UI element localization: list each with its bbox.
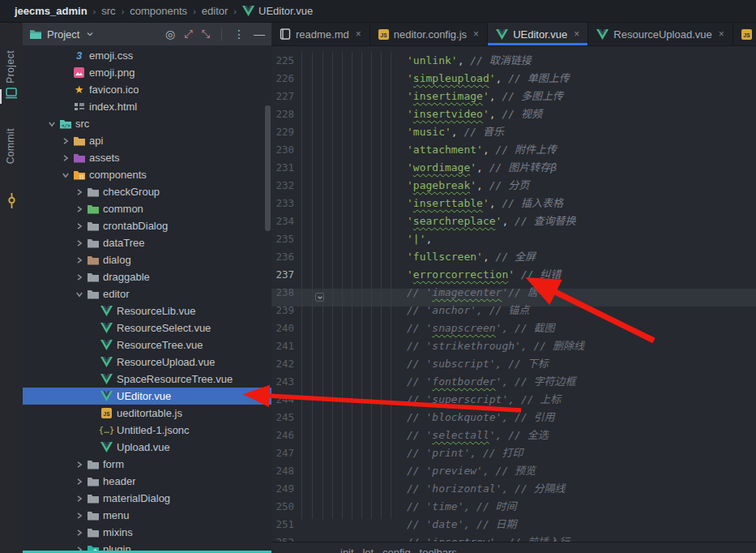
line-number[interactable]: 225	[271, 52, 294, 70]
fold-marker-icon[interactable]	[315, 293, 324, 302]
tree-item-common[interactable]: common	[23, 200, 271, 217]
line-number[interactable]: 240	[271, 319, 294, 337]
code-text[interactable]: // 'strikethrough', // 删除线	[407, 337, 584, 355]
code-text[interactable]: 'unlink', // 取消链接	[407, 52, 532, 70]
tree-item-index-html[interactable]: index.html	[23, 98, 271, 115]
close-icon[interactable]: ×	[356, 28, 361, 40]
tab-ueditor-vue[interactable]: UEditor.vue×	[488, 23, 588, 45]
panel-scrollbar[interactable]	[265, 105, 271, 231]
chevron-expanded-icon[interactable]	[72, 290, 86, 298]
chevron-collapsed-icon[interactable]	[72, 222, 86, 230]
tab-readme-md[interactable]: readme.md×	[271, 23, 370, 45]
code-text[interactable]: 'errorcorrection' // 纠错	[407, 266, 561, 284]
line-number[interactable]: 241	[271, 337, 294, 355]
line-number[interactable]: 243	[271, 373, 294, 391]
line-number[interactable]: 232	[271, 177, 294, 195]
line-number[interactable]: 246	[271, 427, 294, 444]
breadcrumb-project[interactable]: jeecms_admin	[15, 5, 88, 17]
more-options-icon[interactable]: ⋮	[233, 28, 245, 40]
tree-item-assets[interactable]: assets	[23, 149, 271, 166]
expand-all-icon[interactable]: ⤢	[184, 28, 192, 40]
tree-item-materialdialog[interactable]: materialDialog	[23, 490, 271, 507]
breadcrumb-item-editor[interactable]: editor	[202, 5, 229, 17]
commit-icon[interactable]	[6, 193, 17, 209]
tree-item-datatree[interactable]: dataTree	[23, 234, 271, 251]
stripe-button-project[interactable]: Project	[5, 50, 16, 84]
tree-item-emoji-css[interactable]: 3emoji.css	[23, 47, 271, 64]
locate-icon[interactable]: ◎	[165, 28, 175, 40]
code-editor[interactable]: 225'unlink', // 取消链接226'simpleupload', /…	[271, 45, 756, 553]
chevron-down-icon[interactable]	[86, 30, 94, 38]
tree-item-resourcetree-vue[interactable]: ResourceTree.vue	[23, 337, 271, 354]
code-text[interactable]: 'searchreplace', // 查询替换	[407, 212, 576, 230]
line-number[interactable]: 238	[271, 284, 294, 302]
code-text[interactable]: 'insertvideo', // 视频	[407, 105, 542, 123]
line-number[interactable]: 248	[271, 462, 294, 480]
line-number[interactable]: 230	[271, 141, 294, 159]
chevron-collapsed-icon[interactable]	[72, 188, 86, 196]
tree-item-draggable[interactable]: draggable	[23, 268, 271, 285]
code-text[interactable]: '|',	[407, 230, 432, 248]
chevron-collapsed-icon[interactable]	[72, 205, 86, 213]
chevron-collapsed-icon[interactable]	[72, 273, 86, 281]
code-text[interactable]: // 'blockquote', // 引用	[407, 409, 555, 427]
chevron-collapsed-icon[interactable]	[72, 478, 86, 486]
code-text[interactable]: // 'selectall', // 全选	[407, 427, 549, 444]
code-text[interactable]: 'attachment', // 附件上传	[407, 141, 557, 159]
line-number[interactable]: 228	[271, 105, 294, 123]
collapse-all-icon[interactable]: ⤡	[202, 28, 210, 40]
hide-panel-icon[interactable]: —	[254, 28, 265, 40]
line-number[interactable]: 250	[271, 498, 294, 516]
line-number[interactable]: 244	[271, 391, 294, 409]
code-text[interactable]: // 'horizontal', // 分隔线	[407, 480, 566, 498]
tree-item-checkgroup[interactable]: checkGroup	[23, 183, 271, 200]
chevron-collapsed-icon[interactable]	[58, 154, 72, 162]
line-number[interactable]: 242	[271, 355, 294, 373]
line-number[interactable]: 245	[271, 409, 294, 427]
tree-item-untitled-1-jsonc[interactable]: {…}Untitled-1.jsonc	[23, 422, 271, 439]
tree-item-spaceresourcetree-vue[interactable]: SpaceResourceTree.vue	[23, 371, 271, 388]
line-number[interactable]: 233	[271, 195, 294, 212]
code-text[interactable]: 'music', // 音乐	[407, 123, 504, 141]
chevron-collapsed-icon[interactable]	[72, 495, 86, 503]
tab-resourceupload-vue[interactable]: ResourceUpload.vue×	[588, 23, 733, 45]
line-number[interactable]: 226	[271, 70, 294, 88]
breadcrumb-item-components[interactable]: components	[130, 5, 187, 17]
tree-item-emoji-png[interactable]: emoji.png	[23, 64, 271, 81]
close-icon[interactable]: ×	[719, 28, 724, 40]
chevron-collapsed-icon[interactable]	[72, 239, 86, 247]
tree-item-src[interactable]: </>src	[23, 115, 271, 132]
tree-item-ueditortable-js[interactable]: JSueditortable.js	[23, 405, 271, 422]
line-number[interactable]: 236	[271, 248, 294, 266]
tree-item-mixins[interactable]: mixins	[23, 524, 271, 541]
line-number[interactable]: 249	[271, 480, 294, 498]
close-icon[interactable]: ×	[574, 28, 579, 40]
tree-item-editor[interactable]: editor	[23, 285, 271, 302]
chevron-expanded-icon[interactable]	[45, 120, 58, 128]
code-text[interactable]: // 'snapscreen', // 截图	[407, 319, 555, 337]
code-text[interactable]: 'pagebreak', // 分页	[407, 177, 529, 195]
project-tool-icon[interactable]	[5, 88, 18, 99]
tree-item-dialog[interactable]: dialog	[23, 251, 271, 268]
line-number[interactable]: 227	[271, 88, 294, 105]
chevron-expanded-icon[interactable]	[58, 171, 72, 179]
line-number[interactable]: 251	[271, 516, 294, 534]
tree-item-crontabdialog[interactable]: crontabDialog	[23, 217, 271, 234]
code-text[interactable]: // 'imagecenter'// 居中	[407, 284, 549, 302]
line-number[interactable]: 235	[271, 230, 294, 248]
code-text[interactable]: // 'subscript', // 下标	[407, 355, 549, 373]
line-number[interactable]: 231	[271, 159, 294, 177]
code-text[interactable]: // 'date', // 日期	[407, 516, 517, 534]
code-text[interactable]: // 'anchor', // 锚点	[407, 302, 529, 319]
panel-title[interactable]: Project	[47, 28, 79, 41]
chevron-collapsed-icon[interactable]	[72, 529, 86, 537]
breadcrumb-item-src[interactable]: src	[101, 5, 115, 17]
line-number[interactable]: 229	[271, 123, 294, 141]
tab-neditor-config-js[interactable]: JSneditor.config.js×	[370, 23, 488, 45]
tree-item-header[interactable]: header	[23, 473, 271, 490]
tree-item-components[interactable]: components	[23, 166, 271, 183]
tree-item-form[interactable]: form	[23, 456, 271, 473]
chevron-collapsed-icon[interactable]	[72, 512, 86, 520]
tree-item-menu[interactable]: menu	[23, 507, 271, 524]
tree-item-resourcelib-vue[interactable]: ResourceLib.vue	[23, 302, 271, 319]
